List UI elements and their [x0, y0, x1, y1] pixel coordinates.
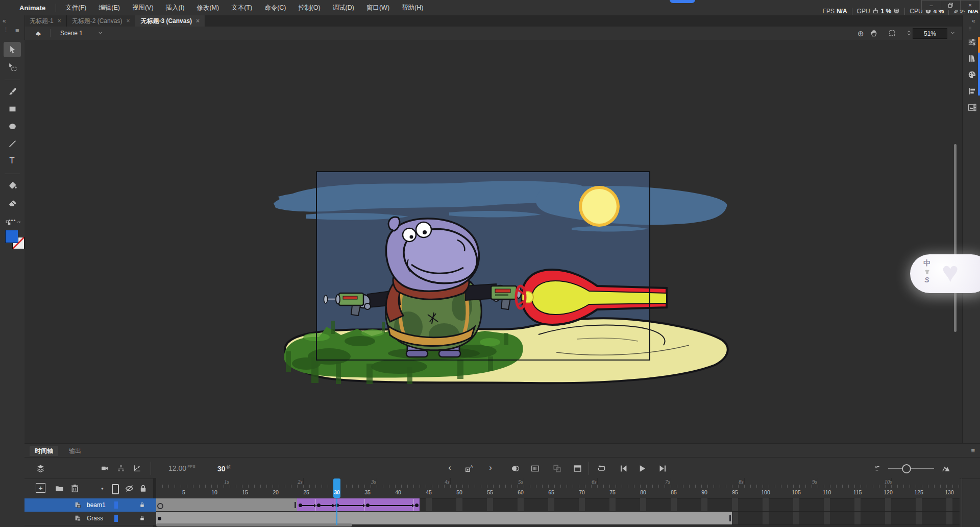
loop-playback-button[interactable] [596, 463, 607, 474]
swap-colors-icon[interactable] [5, 220, 12, 226]
layer-hierarchy-icon[interactable] [115, 463, 127, 474]
menu-item[interactable]: 文本(T) [225, 0, 258, 15]
layer-name[interactable]: Grass [87, 515, 103, 522]
camera-icon[interactable] [99, 463, 110, 474]
menu-item[interactable]: 编辑(E) [92, 0, 126, 15]
play-button[interactable] [636, 463, 648, 474]
onion-skin-outlines-button[interactable] [529, 463, 541, 474]
step-back-button[interactable] [618, 463, 629, 474]
layer-outline-color-swatch[interactable] [114, 515, 118, 522]
frame-grid[interactable]: 1s2s3s4s5s6s7s8s9s10s5101520253035404550… [156, 478, 960, 527]
text-tool[interactable]: T [4, 153, 21, 169]
timeline-ruler[interactable] [156, 478, 960, 499]
frame-picker-panel-icon[interactable] [967, 102, 977, 112]
menu-item[interactable]: 帮助(H) [396, 0, 429, 15]
paint-bucket-tool[interactable] [4, 178, 21, 193]
collapse-panel-icon[interactable]: « [3, 17, 6, 25]
center-stage-icon[interactable]: ⊕ [857, 29, 864, 38]
new-layer-button[interactable]: + [36, 483, 45, 493]
default-colors-icon[interactable] [15, 220, 22, 226]
document-tab[interactable]: 无标题-3 (Canvas)× [135, 15, 205, 27]
layer-outline-color-swatch[interactable] [114, 501, 118, 509]
outline-column-header[interactable] [112, 484, 119, 494]
current-frame[interactable]: 30 帧 [217, 464, 231, 473]
previous-keyframe-button[interactable]: ‹ [444, 463, 455, 474]
color-panel-icon[interactable] [967, 69, 977, 80]
scene-chevron-down-icon[interactable] [97, 30, 104, 36]
close-tab-icon[interactable]: × [196, 17, 200, 25]
stroke-color-swatch[interactable] [5, 230, 18, 243]
timeline-zoom-fit-button[interactable] [940, 463, 951, 474]
layer-lock-icon[interactable] [139, 501, 145, 508]
menu-item[interactable]: 插入(I) [160, 0, 191, 15]
layer-lock-icon[interactable] [139, 515, 145, 521]
step-forward-button[interactable] [657, 463, 668, 474]
eraser-tool[interactable] [4, 195, 21, 210]
zoom-level-input[interactable]: 51% [913, 28, 947, 39]
menu-item[interactable]: 视图(V) [126, 0, 160, 15]
highlight-column-header[interactable]: ● [101, 486, 111, 496]
layer-row[interactable]: Grass [24, 512, 156, 525]
toolbar-menu-icon[interactable]: ≡ [15, 27, 19, 34]
brush-tool[interactable] [4, 84, 21, 99]
canvas-vertical-scrollbar[interactable] [954, 144, 957, 332]
document-tab[interactable]: 无标题-2 (Canvas)× [67, 15, 136, 27]
frame-rate[interactable]: 12.00 FPS [168, 464, 195, 472]
dock-grip-icon[interactable] [967, 26, 973, 32]
lock-column-header[interactable] [138, 483, 148, 493]
timeline-menu-icon[interactable]: ≡ [971, 447, 975, 454]
align-panel-icon[interactable] [967, 86, 977, 96]
rectangle-tool[interactable] [4, 101, 21, 116]
close-tab-icon[interactable]: × [58, 17, 61, 25]
edit-scene-icon[interactable]: ♣ [36, 29, 41, 38]
input-method-widget[interactable]: 中 S ♥ [910, 254, 980, 293]
ime-brand[interactable]: S [924, 276, 929, 284]
next-keyframe-button[interactable]: › [485, 463, 496, 474]
menu-item[interactable]: 修改(M) [190, 0, 225, 15]
visibility-column-header[interactable] [124, 483, 134, 493]
insert-frame-button[interactable] [572, 463, 583, 474]
timeline-panel-tab[interactable]: 时间轴 [30, 446, 58, 456]
easing-graph-icon[interactable] [132, 463, 143, 474]
ime-language-mode[interactable]: 中 [923, 259, 930, 268]
layer-name[interactable]: beam1 [87, 501, 106, 509]
menu-item[interactable]: 调试(D) [327, 0, 360, 15]
frame-span[interactable] [156, 498, 298, 511]
edit-multiple-frames-button[interactable] [551, 463, 562, 474]
zoom-stepper[interactable] [905, 30, 912, 36]
restore-button[interactable] [941, 0, 961, 10]
menu-item[interactable]: 窗口(W) [360, 0, 396, 15]
line-tool[interactable] [4, 136, 21, 151]
ime-skin-icon[interactable] [924, 269, 930, 275]
close-button[interactable]: × [960, 0, 980, 10]
close-tab-icon[interactable]: × [126, 17, 130, 25]
layers-view-icon[interactable] [35, 463, 46, 474]
zoom-chevron-down-icon[interactable] [949, 30, 956, 36]
new-folder-button[interactable] [54, 483, 64, 493]
frame-span[interactable] [156, 512, 732, 524]
minimize-button[interactable]: – [921, 0, 941, 10]
timeline-horizontal-scrollbar[interactable] [156, 523, 352, 526]
hand-tool-icon[interactable] [870, 29, 878, 37]
oval-tool[interactable] [4, 118, 21, 134]
selection-tool[interactable] [4, 42, 21, 57]
subselection-tool[interactable] [4, 59, 21, 75]
clip-content-icon[interactable] [888, 29, 896, 37]
menu-item[interactable]: 命令(C) [258, 0, 292, 15]
menu-item[interactable]: 控制(O) [292, 0, 327, 15]
library-panel-icon[interactable] [967, 53, 977, 63]
document-tab[interactable]: 无标题-1× [24, 15, 67, 27]
properties-panel-icon[interactable] [967, 37, 977, 47]
timeline-zoom-slider-track[interactable] [888, 468, 934, 469]
timeline-panel-tab[interactable]: 输出 [64, 446, 86, 456]
menu-item[interactable]: 文件(F) [59, 0, 92, 15]
timeline-zoom-slider-knob[interactable] [902, 464, 911, 473]
insert-keyframe-button[interactable]: A [463, 463, 475, 474]
panel-grip-icon[interactable]: ⋮ [3, 27, 9, 33]
layer-row[interactable]: beam1 [24, 498, 156, 512]
collapse-dock-icon[interactable]: « [972, 17, 975, 25]
delete-layer-button[interactable] [69, 483, 80, 493]
stage-canvas-area[interactable] [24, 40, 962, 443]
reset-timeline-zoom-button[interactable] [873, 463, 884, 474]
onion-skin-button[interactable] [509, 463, 521, 474]
